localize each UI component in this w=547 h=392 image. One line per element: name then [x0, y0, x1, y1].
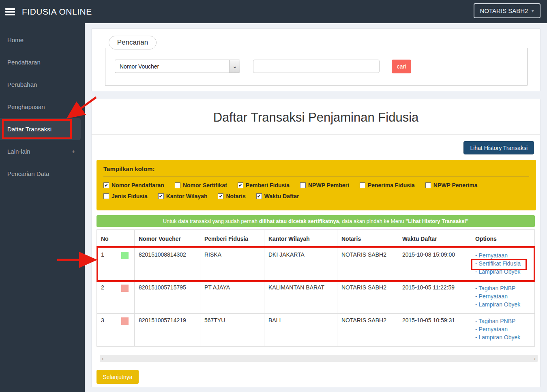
column-checkbox-nomor-sertifikat[interactable]: Nomor Sertifikat [175, 182, 227, 189]
sidebar-nav: Home Pendaftaran Perubahan Penghapusan D… [0, 23, 85, 392]
search-tab[interactable]: Pencarian [109, 36, 157, 49]
column-checkbox-waktu-daftar[interactable]: ✔ Waktu Daftar [256, 193, 299, 199]
checkbox-label: Notaris [226, 193, 245, 199]
option-link-tagihan-pnbp[interactable]: - Tagihan PNBP [475, 284, 530, 292]
sidebar-item-pendaftaran[interactable]: Pendaftaran [0, 51, 85, 73]
cell-waktu-daftar: 2015-10-05 10:59:31 [398, 314, 471, 347]
cell-notaris: NOTARIS SABH2 [337, 248, 398, 281]
checkbox-icon [103, 193, 109, 199]
column-header-pemberi-fidusia: Pemberi Fidusia [200, 230, 264, 248]
checkbox-icon: ✔ [238, 182, 243, 188]
cell-no: 1 [97, 248, 117, 281]
search-panel: Pencarian Nomor Voucher ⌄ cari [91, 28, 541, 91]
sidebar-item-label: Pencarian Data [7, 170, 49, 177]
page-title: Daftar Transaksi Penjaminan Fidusia [92, 99, 540, 135]
sidebar-item-pencarian-data[interactable]: Pencarian Data [0, 163, 85, 185]
notice-banner: Untuk data transaksi yang sudah pernah d… [97, 215, 535, 227]
menu-icon[interactable] [5, 8, 15, 15]
cell-pemberi-fidusia: PT AJAYA [200, 281, 264, 314]
checkbox-label: Pemberi Fidusia [246, 182, 290, 189]
top-navbar: FIDUSIA ONLINE NOTARIS SABH2 ▾ [0, 0, 547, 23]
horizontal-scrollbar[interactable]: ‹ › [100, 355, 538, 362]
column-checkbox-kantor-wilayah[interactable]: ✔ Kantor Wilayah [158, 193, 208, 199]
sidebar-item-label: Penghapusan [7, 103, 45, 110]
cell-nomor-voucher: 820151005715795 [135, 281, 200, 314]
checkbox-icon: ✔ [158, 193, 164, 199]
cell-waktu-daftar: 2015-10-05 11:22:59 [398, 281, 471, 314]
checkbox-label: Penerima Fidusia [368, 182, 415, 189]
cell-no: 2 [97, 281, 117, 314]
checkbox-icon [175, 182, 180, 188]
sidebar-item-label: Perubahan [7, 81, 37, 88]
checkbox-icon [300, 182, 306, 188]
column-checkbox-npwp-penerima[interactable]: NPWP Penerima [425, 182, 478, 189]
option-link-lampiran-obyek[interactable]: - Lampiran Obyek [475, 300, 530, 308]
sidebar-item-perubahan[interactable]: Perubahan [0, 73, 85, 96]
table-row: 3820151005714219567TYUBALINOTARIS SABH22… [97, 314, 535, 347]
option-link-sertifikat-fidusia[interactable]: - Sertifikat Fidusia [475, 259, 530, 268]
cell-pemberi-fidusia: RISKA [200, 248, 264, 281]
user-menu-button[interactable]: NOTARIS SABH2 ▾ [474, 3, 541, 18]
transactions-table: NoNomor VoucherPemberi FidusiaKantor Wil… [97, 229, 535, 347]
column-header-waktu-daftar: Waktu Daftar [398, 230, 471, 248]
column-checkbox-pemberi-fidusia[interactable]: ✔ Pemberi Fidusia [238, 182, 290, 189]
checkbox-label: NPWP Penerima [433, 182, 478, 189]
option-link-pernyataan[interactable]: - Pernyataan [475, 251, 530, 259]
divider [103, 176, 529, 177]
checkbox-label: Waktu Daftar [264, 193, 299, 199]
option-link-lampiran-obyek[interactable]: - Lampiran Obyek [475, 268, 530, 276]
notice-text: "Lihat History Transaksi" [405, 218, 468, 224]
sidebar-item-daftar-transaksi[interactable]: Daftar Transaksi [0, 118, 81, 140]
column-checkbox-penerima-fidusia[interactable]: Penerima Fidusia [360, 182, 415, 189]
cell-kantor-wilayah: DKI JAKARTA [264, 248, 337, 281]
column-header-notaris: Notaris [337, 230, 398, 248]
cell-nomor-voucher: 820151008814302 [135, 248, 200, 281]
cell-options: - Pernyataan- Sertifikat Fidusia- Lampir… [471, 248, 535, 281]
sidebar-item-label: Home [7, 36, 24, 43]
search-input[interactable] [253, 60, 380, 73]
cell-nomor-voucher: 820151005714219 [135, 314, 200, 347]
sidebar-item-label: Pendaftaran [7, 59, 41, 66]
column-header-kantor-wilayah: Kantor Wilayah [264, 230, 337, 248]
sidebar-item-lain-lain[interactable]: Lain-lain + [0, 140, 85, 163]
select-dropdown-icon: ⌄ [230, 60, 240, 73]
user-menu-label: NOTARIS SABH2 [480, 7, 528, 14]
caret-down-icon: ▾ [531, 8, 534, 14]
option-link-tagihan-pnbp[interactable]: - Tagihan PNBP [475, 317, 530, 325]
cell-notaris: NOTARIS SABH2 [337, 314, 398, 347]
scroll-right-icon[interactable]: › [534, 356, 536, 362]
next-page-button[interactable]: Selanjutnya [97, 370, 139, 384]
cell-status [117, 314, 135, 347]
option-link-pernyataan[interactable]: - Pernyataan [475, 325, 530, 333]
column-checkbox-npwp-pemberi[interactable]: NPWP Pemberi [300, 182, 349, 189]
checkbox-icon: ✔ [103, 182, 109, 188]
sidebar-item-home[interactable]: Home [0, 29, 85, 51]
table-row: 1820151008814302RISKADKI JAKARTANOTARIS … [97, 248, 535, 281]
option-link-pernyataan[interactable]: - Pernyataan [475, 292, 530, 300]
scroll-left-icon[interactable]: ‹ [102, 356, 103, 362]
status-indicator [121, 317, 129, 325]
app-title: FIDUSIA ONLINE [22, 7, 92, 17]
checkbox-icon [360, 182, 365, 188]
column-checkbox-nomor-pendaftaran[interactable]: ✔ Nomor Pendaftaran [103, 182, 164, 189]
sidebar-item-penghapusan[interactable]: Penghapusan [0, 96, 85, 118]
cell-status [117, 248, 135, 281]
column-checkbox-jenis-fidusia[interactable]: Jenis Fidusia [103, 193, 148, 199]
cell-pemberi-fidusia: 567TYU [200, 314, 264, 347]
checkbox-icon [425, 182, 431, 188]
notice-text: dilihat atau dicetak sertifikatnya [259, 218, 339, 224]
history-button[interactable]: Lihat History Transaksi [463, 141, 534, 154]
checkbox-label: Nomor Sertifikat [183, 182, 227, 189]
column-checkbox-notaris[interactable]: ✔ Notaris [218, 193, 245, 199]
search-button[interactable]: cari [392, 60, 411, 73]
cell-options: - Tagihan PNBP- Pernyataan- Lampiran Oby… [471, 314, 535, 347]
columns-panel: Tampilkan kolom: ✔ Nomor Pendaftaran Nom… [97, 160, 536, 210]
search-filter-select[interactable]: Nomor Voucher ⌄ [115, 60, 240, 73]
sidebar-item-label: Daftar Transaksi [7, 126, 51, 133]
option-link-lampiran-obyek[interactable]: - Lampiran Obyek [475, 333, 530, 341]
column-checkbox-group: ✔ Nomor Pendaftaran Nomor Sertifikat ✔ P… [103, 182, 529, 199]
checkbox-icon: ✔ [256, 193, 262, 199]
plus-icon: + [71, 140, 75, 163]
checkbox-label: Kantor Wilayah [166, 193, 208, 199]
search-filter-selected-value: Nomor Voucher [115, 63, 230, 70]
